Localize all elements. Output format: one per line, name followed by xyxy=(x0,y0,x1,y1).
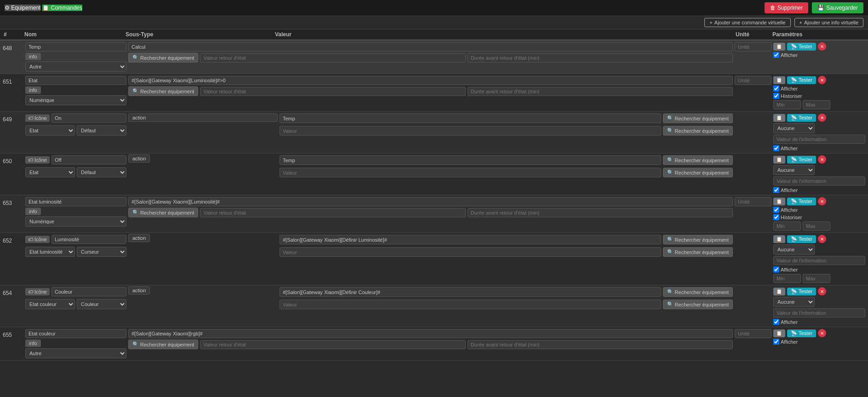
rechercher-btn-654[interactable]: 🔍 Rechercher équipement xyxy=(663,287,733,297)
rechercher-btn-648[interactable]: 🔍 Rechercher équipement xyxy=(128,53,198,62)
afficher-check-652[interactable] xyxy=(773,267,779,272)
tab-commandes[interactable]: 📋 Commandes xyxy=(42,5,82,11)
min-input-651[interactable] xyxy=(773,100,801,109)
tester-btn-655[interactable]: 📡 Tester xyxy=(787,329,816,337)
rechercher-btn2-652[interactable]: 🔍 Rechercher équipement xyxy=(663,247,733,257)
tester-btn-648[interactable]: 📡 Tester xyxy=(787,43,816,51)
remove-btn-655[interactable]: ✕ xyxy=(818,329,826,337)
sauvegarder-button[interactable]: 💾 Sauvegarder xyxy=(812,2,863,13)
rechercher-btn-649[interactable]: 🔍 Rechercher équipement xyxy=(663,113,733,123)
valeur2-input-649[interactable] xyxy=(280,126,661,136)
duree-retour-655[interactable] xyxy=(468,340,733,349)
supprimer-button[interactable]: 🗑 Supprimer xyxy=(765,2,808,13)
nom-input-650[interactable] xyxy=(51,155,126,164)
unite-input-655[interactable] xyxy=(735,329,771,338)
rechercher-btn-655[interactable]: 🔍 Rechercher équipement xyxy=(128,340,198,349)
copy-btn-652[interactable]: 📋 xyxy=(773,235,785,243)
valeur-input-651[interactable] xyxy=(128,76,733,85)
tester-btn-654[interactable]: 📡 Tester xyxy=(787,288,816,295)
remove-btn-649[interactable]: ✕ xyxy=(818,113,826,122)
max-input-652[interactable] xyxy=(803,274,830,283)
copy-btn-648[interactable]: 📋 xyxy=(773,43,785,51)
add-virtual-info-button[interactable]: + Ajouter une info virtuelle xyxy=(794,18,863,27)
valeur-retour-651[interactable] xyxy=(200,87,465,96)
remove-btn-648[interactable]: ✕ xyxy=(818,42,826,51)
valeur2-input-652[interactable] xyxy=(280,247,661,257)
aucune-select-650[interactable]: Aucune xyxy=(773,165,815,175)
nom-input-654[interactable] xyxy=(51,287,126,296)
duree-retour-648[interactable] xyxy=(468,53,733,62)
rechercher-btn-650[interactable]: 🔍 Rechercher équipement xyxy=(663,155,733,165)
nom-input-649[interactable] xyxy=(51,113,126,123)
valeur-input-654[interactable] xyxy=(280,287,661,297)
sous-type-select-654[interactable]: CouleurDéfautCurseur xyxy=(77,299,126,309)
rechercher-btn2-650[interactable]: 🔍 Rechercher équipement xyxy=(663,168,733,177)
copy-btn-651[interactable]: 📋 xyxy=(773,76,785,84)
max-input-653[interactable] xyxy=(803,221,830,231)
tester-btn-651[interactable]: 📡 Tester xyxy=(787,76,816,84)
copy-btn-654[interactable]: 📋 xyxy=(773,288,785,295)
valeur-info-654[interactable] xyxy=(773,308,865,318)
remove-btn-651[interactable]: ✕ xyxy=(818,76,826,84)
remove-btn-653[interactable]: ✕ xyxy=(818,197,826,205)
valeur-info-649[interactable] xyxy=(773,135,865,144)
nom-input-655[interactable] xyxy=(25,329,126,338)
min-input-653[interactable] xyxy=(773,221,801,231)
afficher-check-649[interactable] xyxy=(773,145,779,151)
afficher-check-653[interactable] xyxy=(773,207,779,213)
remove-btn-654[interactable]: ✕ xyxy=(818,287,826,295)
sous-type-select-650[interactable]: DéfautCurseurCouleur xyxy=(77,167,126,177)
remove-btn-652[interactable]: ✕ xyxy=(818,235,826,243)
valeur-info-650[interactable] xyxy=(773,176,865,186)
valeur-input-648[interactable] xyxy=(128,42,733,51)
valeur-retour-653[interactable] xyxy=(200,208,465,217)
historiser-check-651[interactable] xyxy=(773,93,779,99)
etat-select-649[interactable]: Etat xyxy=(25,125,75,136)
rechercher-btn2-649[interactable]: 🔍 Rechercher équipement xyxy=(663,126,733,136)
max-input-651[interactable] xyxy=(803,100,830,109)
min-input-652[interactable] xyxy=(773,274,801,283)
valeur-retour-648[interactable] xyxy=(200,53,465,62)
afficher-check-654[interactable] xyxy=(773,319,779,325)
duree-retour-651[interactable] xyxy=(468,87,733,96)
sous-type-select-648[interactable]: AutreNumériqueBinaireChaîne xyxy=(25,62,126,72)
valeur-input-653[interactable] xyxy=(128,197,733,206)
aucune-select-654[interactable]: Aucune xyxy=(773,297,815,307)
valeur-info-652[interactable] xyxy=(773,256,865,265)
rechercher-btn-653[interactable]: 🔍 Rechercher équipement xyxy=(128,208,198,217)
valeur-input-652[interactable] xyxy=(280,235,661,244)
etat-select-652[interactable]: Etat luminosité xyxy=(25,247,75,257)
copy-btn-653[interactable]: 📋 xyxy=(773,198,785,205)
remove-btn-650[interactable]: ✕ xyxy=(818,155,826,164)
unite-input-648[interactable] xyxy=(735,42,771,51)
afficher-check-648[interactable] xyxy=(773,52,779,58)
afficher-check-650[interactable] xyxy=(773,187,779,193)
sous-type-select-652[interactable]: CurseurDéfautCouleur xyxy=(77,247,126,257)
aucune-select-652[interactable]: Aucune xyxy=(773,244,815,255)
unite-input-651[interactable] xyxy=(735,76,771,85)
valeur-input-655[interactable] xyxy=(128,329,733,338)
duree-retour-653[interactable] xyxy=(468,208,733,217)
unite-input-653[interactable] xyxy=(735,197,771,206)
rechercher-btn-652[interactable]: 🔍 Rechercher équipement xyxy=(663,235,733,244)
valeur-input-650[interactable] xyxy=(280,155,661,165)
nom-input-648[interactable] xyxy=(25,42,126,51)
etat-select-654[interactable]: Etat couleur xyxy=(25,299,75,309)
sous-type-select-655[interactable]: AutreNumériqueBinaire xyxy=(25,348,126,358)
copy-btn-650[interactable]: 📋 xyxy=(773,156,785,164)
sous-type-select-651[interactable]: NumériqueAutreBinaireChaîne xyxy=(25,95,126,105)
valeur2-input-650[interactable] xyxy=(280,168,661,177)
valeur-input-649[interactable] xyxy=(280,113,661,123)
rechercher-btn2-654[interactable]: 🔍 Rechercher équipement xyxy=(663,300,733,309)
tester-btn-650[interactable]: 📡 Tester xyxy=(787,156,816,164)
add-virtual-command-button[interactable]: + Ajouter une commande virtuelle xyxy=(704,18,790,27)
nom-input-653[interactable] xyxy=(25,197,126,206)
historiser-check-653[interactable] xyxy=(773,214,779,220)
afficher-check-655[interactable] xyxy=(773,339,779,345)
tab-equipement[interactable]: ⚙ Equipement xyxy=(5,5,40,11)
nom-input-652[interactable] xyxy=(51,235,126,244)
valeur-retour-655[interactable] xyxy=(200,340,465,349)
tester-btn-652[interactable]: 📡 Tester xyxy=(787,235,816,243)
copy-btn-649[interactable]: 📋 xyxy=(773,114,785,122)
valeur2-input-654[interactable] xyxy=(280,300,661,309)
